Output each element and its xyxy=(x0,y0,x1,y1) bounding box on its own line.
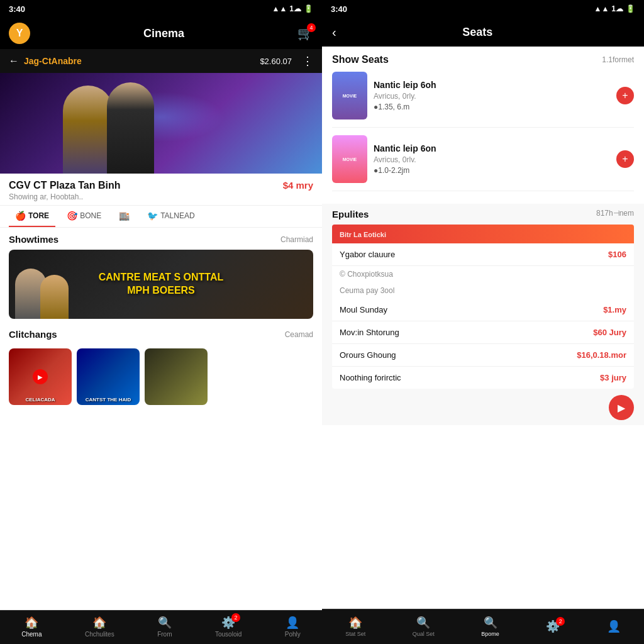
hero-figures xyxy=(0,73,322,174)
epulites-item-3: Mov:in Shtorung $60 Jury xyxy=(332,321,634,344)
movie-card-1[interactable]: ▶ CELIACADA xyxy=(9,348,72,405)
show-seats-sub: 1.1formet xyxy=(602,55,634,64)
tab-tore[interactable]: 🍎 TORE xyxy=(9,206,55,227)
play-button-float[interactable]: ▶ xyxy=(609,395,634,420)
epulites-item-2: Moul Sunday $1.my xyxy=(332,299,634,321)
show-add-btn-2[interactable]: + xyxy=(616,150,634,168)
cinema-info: CGV CT Plaza Tan Binh $4 mry Showing ar,… xyxy=(0,174,322,206)
hero-figure-male xyxy=(107,82,154,174)
hero-banner xyxy=(0,73,322,174)
showtimes-link[interactable]: Charmiad xyxy=(280,235,313,244)
nav-from[interactable]: 🔍 From xyxy=(157,616,172,638)
show-time-1: ●1.35, 6.m xyxy=(374,103,610,111)
show-sub-1: Avricus, 0rly. xyxy=(374,92,610,101)
sub-nav-cinema-name: Jag-CtAnabre xyxy=(24,56,82,66)
epulites-value-4: $16,0.18.mor xyxy=(577,350,626,360)
right-back-button[interactable]: ‹ xyxy=(332,25,336,40)
right-nav-settings[interactable]: ⚙️ 2 xyxy=(546,619,560,633)
cinema-price: $4 mry xyxy=(283,180,313,191)
right-time: 3:40 xyxy=(331,4,347,14)
cinema-sub: Showing ar, Hoobtah.. xyxy=(9,192,313,201)
show-seats-section: Show Seats 1.1formet MOVIE Nantic leip 6… xyxy=(322,47,644,204)
show-poster-2: MOVIE xyxy=(332,135,367,183)
nav-chema[interactable]: 🏠 Chema xyxy=(21,616,42,638)
right-nav-search[interactable]: 🔍 Qual Set xyxy=(413,616,435,637)
epulites-title: Epulites xyxy=(332,209,369,219)
show-poster-1: MOVIE xyxy=(332,72,367,119)
nav-tousoloid-badge: 2 xyxy=(231,613,240,622)
epulites-value-5: $3 jury xyxy=(600,373,626,382)
tab-tore-icon: 🍎 xyxy=(15,211,26,221)
tab-bone-icon: 🎯 xyxy=(67,211,77,221)
right-bpome-icon: 🔍 xyxy=(484,616,497,630)
epulites-label-4: Orours Ghoung xyxy=(340,350,396,360)
cinema-name: CGV CT Plaza Tan Binh xyxy=(9,180,121,191)
clitchangs-section: Clitchangs Ceamad xyxy=(0,323,322,348)
movie-play-btn-1[interactable]: ▶ xyxy=(33,369,48,384)
show-name-2: Nantic leip 6on xyxy=(374,143,610,153)
show-time-2: ●1.0-2.2jm xyxy=(374,166,610,175)
left-status-bar: 3:40 ▲▲ 1☁ 🔋 xyxy=(0,0,322,18)
hero-figure-female xyxy=(63,86,113,174)
epulites-label-5: Noothing forirctic xyxy=(340,373,401,382)
clitchangs-link[interactable]: Ceamad xyxy=(285,330,313,339)
showtime-banner: CANTRE MEAT S ONTTALMPH BOEERS xyxy=(9,250,313,319)
nav-chchulites[interactable]: 🏠 Chchulites xyxy=(85,616,114,638)
show-info-1: Nantic leip 6oh Avricus, 0rly. ●1.35, 6.… xyxy=(374,80,610,111)
right-page-title: Seats xyxy=(462,26,492,39)
sub-nav: ← Jag-CtAnabre $2.60.07 ⋮ xyxy=(0,49,322,73)
right-nav-badge: 2 xyxy=(556,617,565,626)
right-panel: 3:40 ▲▲ 1☁ 🔋 ‹ Seats Show Seats 1.1forme… xyxy=(322,0,644,644)
profile-icon: 👤 xyxy=(286,616,299,630)
epulites-sub: 817h⊣nem xyxy=(596,209,634,219)
epulites-label-1: Ygabor clauure xyxy=(340,250,395,259)
epulites-item-5: Noothing forirctic $3 jury xyxy=(332,367,634,389)
show-item-2: MOVIE Nantic leip 6on Avricus, 0rlv. ●1.… xyxy=(332,135,634,191)
epulites-value-2: $1.my xyxy=(603,305,626,314)
tab-talnead[interactable]: 🐦 TALNEAD xyxy=(141,206,201,227)
nav-tousoloid[interactable]: ⚙️ 2 Tousoloid xyxy=(215,616,242,638)
app-title: Cinema xyxy=(143,27,184,40)
right-nav-bpome[interactable]: 🔍 Bpome xyxy=(481,616,499,637)
tab-store-icon: 🏬 xyxy=(119,211,130,221)
showtime-text: CANTRE MEAT S ONTTALMPH BOEERS xyxy=(99,271,224,297)
showtime-figures xyxy=(15,250,69,319)
right-home-icon: 🏠 xyxy=(348,616,362,630)
right-nav-home[interactable]: 🏠 Stat Set xyxy=(345,616,365,637)
right-nav-profile[interactable]: 👤 xyxy=(607,619,621,633)
epulites-value-3: $60 Jury xyxy=(593,328,626,337)
left-top-nav: Y Cinema 🛒 4 xyxy=(0,18,322,49)
sub-nav-price: $2.60.07 xyxy=(260,57,292,66)
tab-store[interactable]: 🏬 xyxy=(113,206,136,227)
right-top-nav: ‹ Seats xyxy=(322,18,644,47)
show-info-2: Nantic leip 6on Avricus, 0rlv. ●1.0-2.2j… xyxy=(374,143,610,175)
chchulites-icon: 🏠 xyxy=(92,616,106,630)
category-tabs: 🍎 TORE 🎯 BONE 🏬 🐦 TALNEAD xyxy=(0,206,322,228)
nav-pohly[interactable]: 👤 Pohly xyxy=(285,616,301,638)
more-options-icon[interactable]: ⋮ xyxy=(302,54,313,68)
logo: Y xyxy=(9,23,30,44)
show-seats-title: Show Seats xyxy=(332,54,389,65)
epulites-value-1: $106 xyxy=(608,250,626,259)
left-panel: 3:40 ▲▲ 1☁ 🔋 Y Cinema 🛒 4 ← Jag-CtAnabre… xyxy=(0,0,322,644)
show-sub-2: Avricus, 0rlv. xyxy=(374,155,610,164)
right-status-icons: ▲▲ 1☁ 🔋 xyxy=(594,4,635,13)
epulites-label-3: Mov:in Shtorung xyxy=(340,328,399,337)
epulites-list: Bitr La Eoticki Ygabor clauure $106 © Ch… xyxy=(332,225,634,389)
movie-title-1: CELIACADA xyxy=(11,397,69,402)
left-status-icons: ▲▲ 1☁ 🔋 xyxy=(272,4,313,13)
cart-button[interactable]: 🛒 4 xyxy=(297,26,313,41)
movie-card-3[interactable] xyxy=(145,348,208,405)
back-arrow-icon[interactable]: ← xyxy=(9,55,19,67)
epulites-header-row: Bitr La Eoticki xyxy=(332,225,634,243)
movies-grid: ▶ CELIACADA CANTST THE HAID xyxy=(0,348,322,410)
home-icon: 🏠 xyxy=(25,616,38,630)
right-status-bar: 3:40 ▲▲ 1☁ 🔋 xyxy=(322,0,644,18)
epulites-section: Epulites 817h⊣nem Bitr La Eoticki Ygabor… xyxy=(322,204,644,425)
epulites-note: © Choxpiotksua xyxy=(332,266,634,282)
movie-card-2[interactable]: CANTST THE HAID xyxy=(77,348,140,405)
show-add-btn-1[interactable]: + xyxy=(616,87,634,104)
show-item-1: MOVIE Nantic leip 6oh Avricus, 0rly. ●1.… xyxy=(332,72,634,128)
epulites-label-2: Moul Sunday xyxy=(340,305,387,314)
tab-bone[interactable]: 🎯 BONE xyxy=(60,206,108,227)
